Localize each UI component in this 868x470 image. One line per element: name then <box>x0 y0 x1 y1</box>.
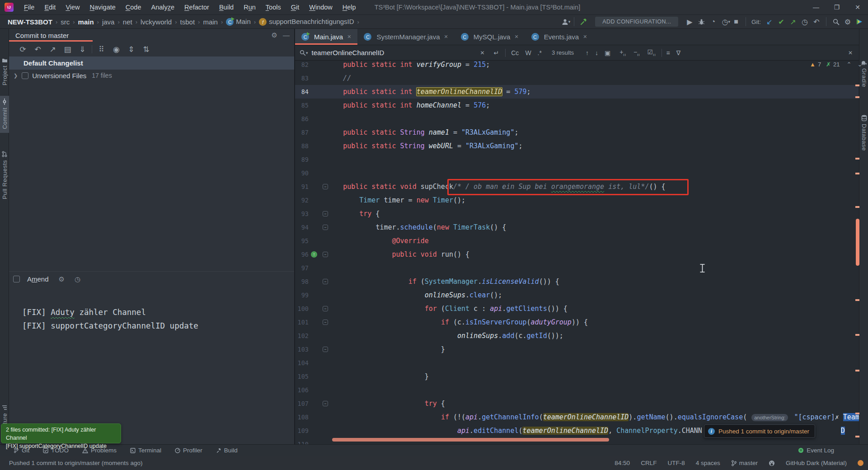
close-search-icon[interactable]: ✕ <box>848 50 853 56</box>
newline-icon[interactable]: ↵ <box>494 49 499 56</box>
code-text[interactable]: } <box>327 370 429 383</box>
menu-file[interactable]: File <box>19 0 39 14</box>
menu-analyze[interactable]: Analyze <box>146 0 180 14</box>
breadcrumb-item-java[interactable]: java <box>102 18 115 26</box>
tab-SystemManager.java[interactable]: CSystemManager.java✕ <box>357 29 454 45</box>
select-all-marks-icon[interactable]: ☑II <box>647 48 656 57</box>
build-hammer-icon[interactable] <box>578 16 590 28</box>
stripe-mark[interactable] <box>855 85 859 86</box>
hide-panel-icon[interactable]: — <box>283 31 290 39</box>
tab-Main.java[interactable]: CMain.java✕ <box>295 29 357 45</box>
search-everywhere-icon[interactable] <box>830 16 842 28</box>
code-text[interactable]: public static String name1 = "R3ALxGamin… <box>327 126 518 139</box>
group-by-icon[interactable]: ⠿ <box>94 45 109 54</box>
menu-code[interactable]: Code <box>121 0 146 14</box>
menu-window[interactable]: Window <box>304 0 338 14</box>
refresh-icon[interactable]: ⟳ <box>15 45 30 54</box>
git-commit-icon[interactable]: ✔ <box>775 16 787 28</box>
menu-git[interactable]: Git <box>286 0 305 14</box>
changelist-row[interactable]: Default Changelist <box>9 56 294 70</box>
material-theme-icon[interactable] <box>854 16 865 28</box>
commit-to-master-tab[interactable]: Commit to master <box>15 32 69 39</box>
toolwindow-button-build[interactable]: Build <box>216 447 238 454</box>
fold-marker-icon[interactable]: − <box>323 401 328 406</box>
close-tab-icon[interactable]: ✕ <box>583 34 587 40</box>
close-tab-icon[interactable]: ✕ <box>514 34 518 40</box>
history-icon[interactable]: ◷ <box>799 16 811 28</box>
code-text[interactable]: onlineSups.clear(); <box>327 288 502 302</box>
code-text[interactable]: @Override <box>327 234 429 248</box>
add-selection-icon[interactable]: +II <box>619 48 626 57</box>
git-branch[interactable]: master <box>731 460 758 466</box>
breadcrumb-item-main[interactable]: main <box>203 18 218 26</box>
indent-setting[interactable]: 4 spaces <box>696 460 720 466</box>
breadcrumb-item-tsbot[interactable]: tsbot <box>180 18 195 26</box>
breadcrumb-item-Main[interactable]: CMain <box>226 18 251 26</box>
commit-options-gear-icon[interactable]: ⚙ <box>59 275 65 283</box>
code-editor[interactable]: 82 public static int verifyGroup = 215;8… <box>295 58 859 444</box>
menu-view[interactable]: View <box>61 0 84 14</box>
menu-refactor[interactable]: Refactor <box>179 0 214 14</box>
git-update-icon[interactable]: ↙ <box>764 16 775 28</box>
breadcrumb-item-src[interactable]: src <box>61 18 70 26</box>
code-text[interactable]: public static int teamerOnlineChannelID … <box>327 85 531 99</box>
fold-marker-icon[interactable]: − <box>323 347 328 352</box>
stop-icon[interactable]: ■ <box>730 16 742 28</box>
close-tab-icon[interactable]: ✕ <box>347 34 351 40</box>
code-text[interactable]: if (SystemManager.isLicenseValid()) { <box>327 275 559 288</box>
fold-marker-icon[interactable]: − <box>323 279 328 284</box>
code-text[interactable]: try { <box>327 207 380 221</box>
code-text[interactable]: for (Client c : api.getClients()) { <box>327 302 568 315</box>
next-problem-chevron-icon[interactable]: ⌄ <box>857 61 862 68</box>
fold-marker-icon[interactable]: − <box>323 211 328 216</box>
fold-marker-icon[interactable]: − <box>323 306 328 311</box>
menu-tools[interactable]: Tools <box>261 0 286 14</box>
debug-bug-icon[interactable] <box>695 16 707 28</box>
close-button[interactable]: ✕ <box>847 0 868 14</box>
stripe-mark[interactable] <box>855 370 859 371</box>
expand-chevron-icon[interactable]: ❯ <box>14 73 18 79</box>
sidebar-item-pull-requests[interactable]: Pull Requests <box>0 148 9 203</box>
menu-run[interactable]: Run <box>239 0 261 14</box>
profiler-icon[interactable]: ◔ <box>707 16 719 28</box>
search-icon[interactable] <box>300 50 306 56</box>
filter-funnel-icon[interactable]: ∇ <box>676 49 680 56</box>
stripe-mark[interactable] <box>855 206 859 208</box>
git-push-icon[interactable]: ↗ <box>787 16 799 28</box>
tab-Events.java[interactable]: CEvents.java✕ <box>525 29 594 45</box>
fold-marker-icon[interactable]: − <box>323 225 328 230</box>
stripe-mark[interactable] <box>855 96 859 98</box>
expand-all-icon[interactable]: ⇕ <box>124 45 139 54</box>
horizontal-scrollbar[interactable] <box>332 438 609 442</box>
minimize-button[interactable]: — <box>806 0 826 14</box>
warning-triangle-icon[interactable]: ▲ <box>810 61 816 68</box>
stripe-mark[interactable] <box>855 158 859 160</box>
stripe-mark[interactable] <box>855 413 859 414</box>
search-history-caret-icon[interactable]: ▾ <box>306 51 308 55</box>
code-text[interactable]: public static int verifyGroup = 215; <box>327 58 490 71</box>
toolwindow-button-terminal[interactable]: Terminal <box>130 447 161 454</box>
breadcrumb-item-lvckyworld[interactable]: lvckyworld <box>141 18 172 26</box>
event-log-button[interactable]: Event Log <box>798 447 834 454</box>
select-all-occurrences-icon[interactable]: ▣ <box>605 49 610 56</box>
code-text[interactable]: onlineSups.add(c.getId()); <box>327 329 563 343</box>
breadcrumb-item-net[interactable]: net <box>123 18 132 26</box>
sidebar-item-commit[interactable]: Commit <box>0 96 9 133</box>
stripe-mark-block[interactable] <box>856 219 859 266</box>
rollback-icon[interactable]: ↶ <box>811 16 822 28</box>
line-separator[interactable]: CRLF <box>641 460 657 466</box>
toolwindow-button-profiler[interactable]: Profiler <box>175 447 202 454</box>
theme-name[interactable]: GitHub Dark (Material) <box>786 460 847 466</box>
menu-help[interactable]: Help <box>338 0 361 14</box>
next-occurrence-icon[interactable]: ↓ <box>595 49 598 56</box>
commit-message-editor[interactable]: [FIX] Aduty zähler Channel [FIX] support… <box>22 306 198 333</box>
add-configuration-button[interactable]: ADD CONFIGURATION... <box>595 17 678 27</box>
preview-diff-icon[interactable]: ◉ <box>109 45 124 54</box>
settings-gear-icon[interactable]: ⚙ <box>842 16 854 28</box>
code-text[interactable]: timer.schedule(new TimerTask() { <box>327 221 506 234</box>
commit-notification-balloon[interactable]: 2 files committed: [FIX] Aduty zähler Ch… <box>1 423 121 443</box>
regex-toggle[interactable]: .* <box>538 49 542 56</box>
clear-search-icon[interactable]: ✕ <box>480 50 484 56</box>
jump-to-source-icon[interactable]: ↗ <box>45 45 60 54</box>
github-icon[interactable] <box>769 460 775 466</box>
